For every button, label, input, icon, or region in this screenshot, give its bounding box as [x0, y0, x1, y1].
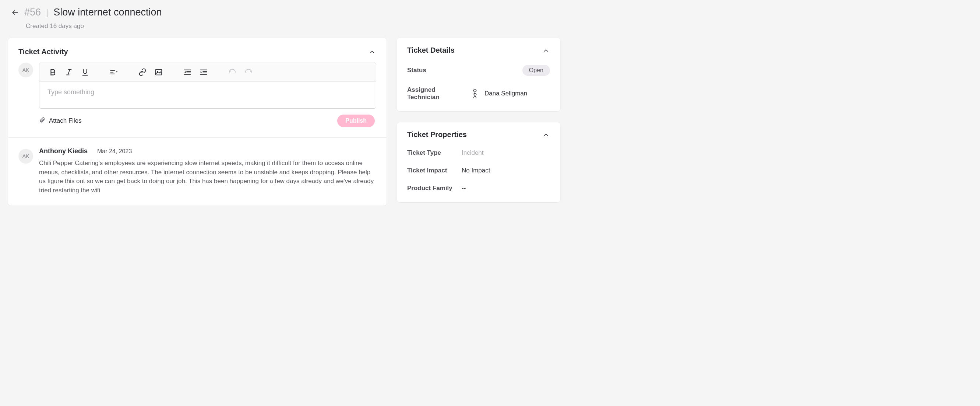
collapse-details-chevron-icon[interactable] [542, 46, 550, 54]
technician-label: Assigned Technician [407, 86, 463, 101]
family-label: Product Family [407, 185, 461, 192]
person-icon [471, 88, 479, 99]
bold-button[interactable] [45, 65, 61, 79]
publish-button[interactable]: Publish [337, 115, 375, 127]
editor-box: Type something [39, 62, 376, 109]
ticket-header: #56 | Slow internet connection [0, 6, 980, 20]
status-badge[interactable]: Open [522, 65, 550, 76]
comment-avatar: AK [18, 149, 33, 163]
paperclip-icon [39, 117, 45, 125]
italic-button[interactable] [61, 65, 77, 79]
attach-files-label: Attach Files [49, 117, 82, 125]
comment-item: AK Anthony Kiedis Mar 24, 2023 Chili Pep… [8, 138, 387, 206]
comment-author: Anthony Kiedis [39, 147, 88, 155]
link-button[interactable] [134, 65, 151, 79]
comment-date: Mar 24, 2023 [97, 148, 132, 155]
underline-button[interactable] [77, 65, 93, 79]
ticket-details-card: Ticket Details Status Open Assigned Tech… [397, 38, 560, 111]
type-value[interactable]: Incident [461, 149, 484, 157]
undo-button[interactable] [224, 65, 240, 79]
ticket-id: #56 [24, 6, 41, 18]
collapse-activity-chevron-icon[interactable] [368, 48, 376, 56]
created-timestamp: Created 16 days ago [0, 20, 980, 38]
align-dropdown-button[interactable] [106, 65, 122, 79]
composer-avatar: AK [18, 62, 33, 77]
svg-point-18 [473, 89, 476, 92]
details-title: Ticket Details [407, 46, 455, 54]
editor-toolbar [40, 63, 376, 82]
comment-input[interactable]: Type something [40, 82, 376, 108]
image-button[interactable] [151, 65, 167, 79]
family-value[interactable]: -- [461, 185, 466, 192]
ticket-activity-card: Ticket Activity AK [8, 38, 387, 206]
ticket-properties-card: Ticket Properties Ticket Type Incident T… [397, 122, 560, 202]
attach-files-button[interactable]: Attach Files [39, 117, 82, 125]
redo-button[interactable] [240, 65, 256, 79]
activity-title: Ticket Activity [18, 48, 68, 56]
collapse-properties-chevron-icon[interactable] [542, 131, 550, 139]
comment-body: Chili Pepper Catering's employees are ex… [39, 159, 376, 195]
type-label: Ticket Type [407, 149, 461, 157]
outdent-button[interactable] [179, 65, 196, 79]
indent-button[interactable] [196, 65, 212, 79]
technician-name: Dana Seligman [484, 90, 527, 97]
status-label: Status [407, 67, 463, 74]
svg-line-1 [68, 70, 70, 75]
ticket-title: Slow internet connection [53, 6, 162, 18]
impact-label: Ticket Impact [407, 167, 461, 174]
properties-title: Ticket Properties [407, 130, 467, 139]
back-arrow-icon[interactable] [11, 8, 19, 17]
impact-value[interactable]: No Impact [461, 167, 490, 174]
title-divider: | [46, 7, 48, 18]
